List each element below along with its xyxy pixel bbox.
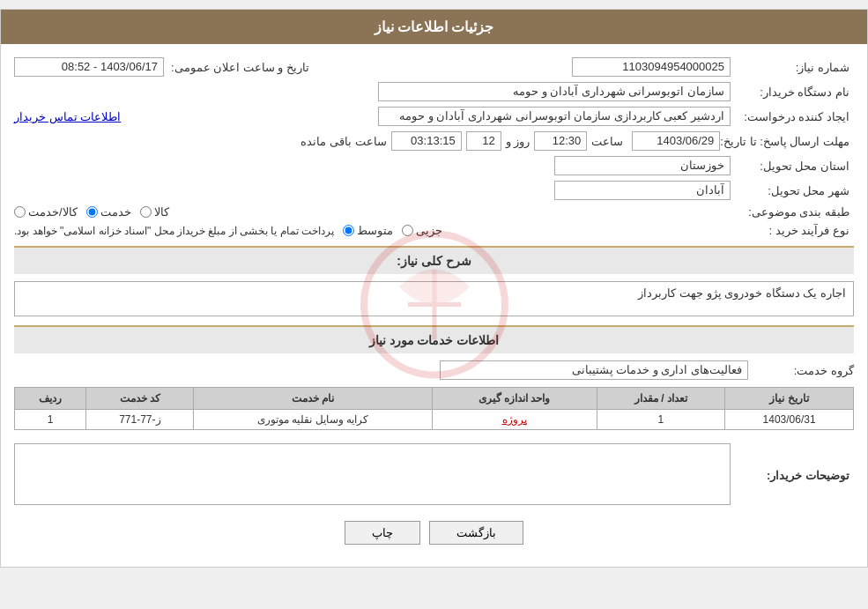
announce-date-value: 1403/06/17 - 08:52 — [14, 57, 164, 77]
service-group-row: گروه خدمت: فعالیت‌های اداری و خدمات پشتی… — [14, 360, 854, 380]
deadline-time-label: ساعت — [591, 135, 623, 148]
category-row: طبقه بندی موضوعی: کالا/خدمت خدمت کالا — [14, 205, 854, 219]
deadline-remaining: 03:13:15 — [391, 131, 462, 151]
province-value: خوزستان — [554, 156, 731, 175]
cell-service-code: ز-77-771 — [86, 410, 194, 430]
service-group-label: گروه خدمت: — [748, 364, 854, 377]
radio-khadamat: خدمت — [86, 205, 131, 219]
announce-date-label: تاریخ و ساعت اعلان عمومی: — [171, 61, 309, 74]
purchase-note: پرداخت تمام یا بخشی از مبلغ خریداز محل "… — [14, 225, 334, 237]
need-number-value: 1103094954000025 — [572, 57, 731, 77]
col-date: تاریخ نیاز — [725, 388, 854, 410]
summary-label: شرح کلی نیاز: — [397, 254, 471, 268]
buyer-org-row: نام دستگاه خریدار: سازمان اتوبوسرانی شهر… — [14, 82, 854, 101]
deadline-date: 1403/06/29 — [632, 131, 720, 151]
purchase-type-row: نوع فرآیند خرید : پرداخت تمام یا بخشی از… — [14, 224, 854, 237]
cell-row-num: 1 — [15, 410, 86, 430]
city-row: شهر محل تحویل: آبادان — [14, 181, 854, 200]
radio-motavasset-label: متوسط — [357, 224, 393, 237]
radio-kala-khadamat: کالا/خدمت — [14, 205, 78, 219]
page-title: جزئیات اطلاعات نیاز — [375, 19, 494, 34]
radio-kala-label: کالا — [154, 205, 169, 219]
print-button[interactable]: چاپ — [345, 521, 420, 545]
buyer-org-value: سازمان اتوبوسرانی شهرداری آبادان و حومه — [378, 82, 731, 101]
col-quantity: تعداد / مقدار — [597, 388, 725, 410]
need-number-row: شماره نیاز: 1103094954000025 تاریخ و ساع… — [14, 57, 854, 77]
deadline-label: مهلت ارسال پاسخ: تا تاریخ: — [720, 135, 854, 148]
deadline-day-label: روز و — [506, 135, 530, 148]
province-row: استان محل تحویل: خوزستان — [14, 156, 854, 175]
requester-value: اردشیر کعبی کاربردازی سازمان اتوبوسرانی … — [378, 107, 731, 126]
deadline-row: مهلت ارسال پاسخ: تا تاریخ: 1403/06/29 سا… — [14, 131, 854, 151]
contact-link[interactable]: اطلاعات تماس خریدار — [14, 110, 121, 123]
purchase-type-label: نوع فرآیند خرید : — [731, 224, 854, 237]
radio-kala-khadamat-input[interactable] — [14, 206, 26, 218]
need-number-label: شماره نیاز: — [731, 61, 854, 74]
services-section-header: اطلاعات خدمات مورد نیاز — [14, 325, 854, 353]
summary-value: اجاره یک دستگاه خودروی پژو جهت کاربرداز — [14, 281, 854, 316]
radio-kala-input[interactable] — [140, 206, 152, 218]
buyer-desc-row: توضیحات خریدار: — [14, 443, 854, 508]
buyer-org-label: نام دستگاه خریدار: — [731, 85, 854, 99]
cell-unit[interactable]: پروژه — [432, 410, 597, 430]
col-row-num: ردیف — [15, 388, 86, 410]
requester-label: ایجاد کننده درخواست: — [731, 110, 854, 123]
table-row: 1403/06/31 1 پروژه کرایه وسایل نقلیه موت… — [15, 410, 854, 430]
col-unit: واحد اندازه گیری — [432, 388, 597, 410]
radio-kala-khadamat-label: کالا/خدمت — [28, 205, 78, 219]
deadline-time: 12:30 — [534, 131, 587, 151]
purchase-radio-group: پرداخت تمام یا بخشی از مبلغ خریداز محل "… — [14, 224, 731, 237]
cell-service-name: کرایه وسایل نقلیه موتوری — [194, 410, 433, 430]
buyer-desc-section: توضیحات خریدار: — [14, 443, 854, 508]
city-value: آبادان — [554, 181, 731, 200]
radio-khadamat-input[interactable] — [86, 206, 98, 218]
summary-container: اجاره یک دستگاه خودروی پژو جهت کاربرداز — [14, 281, 854, 316]
page-header: جزئیات اطلاعات نیاز — [1, 10, 867, 44]
category-label: طبقه بندی موضوعی: — [731, 205, 854, 219]
bottom-buttons: بازگشت چاپ — [14, 521, 854, 545]
buyer-desc-textarea — [14, 443, 731, 505]
cell-date: 1403/06/31 — [725, 410, 854, 430]
col-service-name: نام خدمت — [194, 388, 433, 410]
cell-quantity: 1 — [597, 410, 725, 430]
city-label: شهر محل تحویل: — [731, 184, 854, 197]
deadline-remaining-label: ساعت باقی مانده — [300, 135, 386, 148]
radio-kala: کالا — [140, 205, 169, 219]
service-group-value: فعالیت‌های اداری و خدمات پشتیبانی — [440, 360, 748, 380]
back-button[interactable]: بازگشت — [429, 521, 523, 545]
category-radio-group: کالا/خدمت خدمت کالا — [14, 205, 731, 219]
services-section-title: اطلاعات خدمات مورد نیاز — [369, 333, 500, 347]
province-label: استان محل تحویل: — [731, 160, 854, 173]
services-table: تاریخ نیاز تعداد / مقدار واحد اندازه گیر… — [14, 387, 854, 430]
radio-motavasset-input[interactable] — [343, 225, 354, 236]
radio-khadamat-label: خدمت — [100, 205, 131, 219]
col-service-code: کد خدمت — [86, 388, 194, 410]
requester-row: ایجاد کننده درخواست: اردشیر کعبی کاربردا… — [14, 107, 854, 126]
radio-jozee-input[interactable] — [402, 225, 413, 236]
buyer-desc-label: توضیحات خریدار: — [731, 469, 854, 482]
page-container: جزئیات اطلاعات نیاز شماره نیاز: 11030949… — [0, 9, 868, 568]
radio-jozee: جزیی — [402, 224, 442, 237]
summary-section-header: شرح کلی نیاز: — [14, 246, 854, 274]
radio-jozee-label: جزیی — [416, 224, 442, 237]
radio-motavasset: متوسط — [343, 224, 393, 237]
deadline-days: 12 — [466, 131, 501, 151]
content-area: شماره نیاز: 1103094954000025 تاریخ و ساع… — [1, 44, 867, 567]
